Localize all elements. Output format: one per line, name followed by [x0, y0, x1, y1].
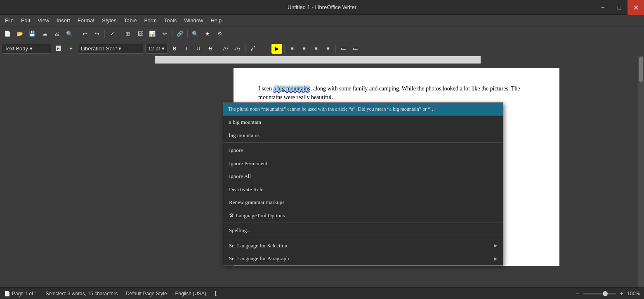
menu-edit[interactable]: Edit [18, 17, 33, 24]
open-btn[interactable]: 📂 [14, 28, 26, 39]
menu-form[interactable]: Form [141, 17, 160, 24]
status-selected-text: Selected: 3 words, 15 characters [45, 291, 118, 297]
save-btn[interactable]: 💾 [26, 28, 38, 39]
deactivate-rule-label: Deactivate Rule [229, 185, 263, 194]
align-left-btn[interactable]: ≡ [287, 44, 297, 54]
menu-set-language-selection[interactable]: Set Language for Selection ▶ [223, 239, 503, 252]
style-update-btn[interactable]: + [65, 43, 77, 54]
menu-spelling[interactable]: Spelling... [223, 224, 503, 237]
paragraph-1: I seen a big mountains, along with some … [258, 84, 535, 102]
spelling-label: Spelling... [229, 226, 251, 235]
print-btn[interactable]: 🖨 [51, 28, 63, 39]
menu-suggestion-2[interactable]: big mountains [223, 129, 503, 142]
font-size-selector[interactable]: 12 pt ▾ [145, 44, 168, 54]
status-page-style: Default Page Style [126, 291, 167, 297]
font-value: Liberation Serif [81, 45, 117, 52]
align-center-btn[interactable]: ≡ [299, 44, 309, 54]
zoom-in-btn[interactable]: + [620, 291, 623, 297]
format-toolbar: Text Body ▾ 🅰 + Liberation Serif ▾ 12 pt… [0, 41, 644, 56]
context-menu: The plural noun “mountains” cannot be us… [223, 102, 503, 266]
ignore-permanent-label: Ignore Permanent [229, 159, 267, 168]
minimize-button[interactable]: − [594, 0, 611, 15]
menu-ignore-permanent[interactable]: Ignore Permanent [223, 157, 503, 170]
font-arrow: ▾ [118, 45, 121, 52]
document-page[interactable]: I seen a big mountains, along with some … [234, 68, 559, 266]
restore-button[interactable]: □ [611, 0, 627, 15]
ruler [155, 56, 481, 64]
align-right-btn[interactable]: ≡ [311, 44, 321, 54]
table-btn[interactable]: ⊞ [122, 28, 133, 39]
menu-table[interactable]: Table [120, 17, 140, 24]
font-selector[interactable]: Liberation Serif ▾ [78, 44, 144, 54]
bold-button[interactable]: B [169, 44, 180, 54]
link-btn[interactable]: 🔗 [174, 28, 186, 39]
sep-fmt2 [245, 45, 245, 53]
menu-language-tool[interactable]: ⚙LanguageTool Options [223, 209, 503, 222]
italic-button[interactable]: I [181, 44, 192, 54]
sep2 [104, 30, 105, 38]
menu-format[interactable]: Format [74, 17, 98, 24]
save-remote-btn[interactable]: ☁ [39, 28, 50, 39]
spellcheck-btn[interactable]: ✓ [106, 28, 118, 39]
highlight-btn[interactable]: ▶ [271, 44, 282, 54]
strikethrough-button[interactable]: S [205, 44, 216, 54]
zoom-thumb[interactable] [603, 291, 608, 296]
preview-btn[interactable]: 🔍 [64, 28, 75, 39]
subscript-btn[interactable]: A₂ [232, 44, 243, 54]
sep-ctx3 [223, 238, 503, 238]
undo-btn[interactable]: ↩ [79, 28, 90, 39]
status-language: English (USA) [175, 291, 206, 297]
status-selected: Selected: 3 words, 15 characters [45, 291, 118, 297]
menu-insert[interactable]: Insert [53, 17, 73, 24]
style-value: Text Body [5, 45, 28, 52]
new-btn[interactable]: 📄 [2, 28, 13, 39]
status-page-icon: 📄 Page 1 of 1 [4, 291, 37, 297]
menu-file[interactable]: File [2, 17, 17, 24]
menu-deactivate-rule[interactable]: Deactivate Rule [223, 183, 503, 196]
menu-styles[interactable]: Styles [99, 17, 120, 24]
menu-ignore-all[interactable]: Ignore All [223, 170, 503, 183]
find-btn[interactable]: 🔍 [189, 28, 201, 39]
menu-ignore[interactable]: Ignore [223, 144, 503, 157]
zoom-slider[interactable] [583, 293, 616, 294]
menu-tools[interactable]: Tools [161, 17, 180, 24]
sep-ctx1 [223, 142, 503, 143]
style-btn[interactable]: ★ [202, 28, 213, 39]
font-color-btn[interactable]: A [259, 44, 270, 54]
suggestion-1-label: a big mountain [229, 118, 261, 126]
sep-fmt3 [284, 45, 285, 53]
set-language-selection-label: Set Language for Selection [229, 242, 287, 250]
chart-btn[interactable]: 📊 [146, 28, 158, 39]
menu-set-language-paragraph[interactable]: Set Language for Paragraph ▶ [223, 252, 503, 265]
vertical-scrollbar[interactable] [638, 56, 644, 287]
sep4 [172, 30, 172, 38]
style-selector[interactable]: Text Body ▾ [2, 44, 51, 54]
align-justify-btn[interactable]: ≡ [323, 44, 333, 54]
ignore-label: Ignore [229, 146, 243, 154]
close-button[interactable]: ✕ [627, 0, 644, 15]
superscript-btn[interactable]: A² [220, 44, 231, 54]
main-toolbar: 📄 📂 💾 ☁ 🖨 🔍 ↩ ↪ ✓ ⊞ 🖼 📊 ✏ 🔗 🔍 ★ ⚙ [0, 26, 644, 41]
window-controls: − □ ✕ [594, 0, 644, 15]
page-style-label: Default Page Style [126, 291, 167, 297]
char-highlight-btn[interactable]: 🖊 [248, 44, 258, 54]
redo-btn[interactable]: ↪ [91, 28, 103, 39]
suggestion-2-label: big mountains [229, 131, 259, 140]
status-page: Page 1 of 1 [12, 291, 37, 297]
zoom-out-btn[interactable]: − [576, 291, 579, 297]
image-btn[interactable]: 🖼 [134, 28, 146, 39]
menu-suggestion-1[interactable]: a big mountain [223, 116, 503, 129]
menu-window[interactable]: Window [181, 17, 206, 24]
menu-renew-grammar[interactable]: Renew grammar markups [223, 196, 503, 209]
context-menu-tooltip: The plural noun “mountains” cannot be us… [223, 103, 503, 116]
settings-btn[interactable]: ⚙ [214, 28, 226, 39]
scrollbar-thumb[interactable] [639, 57, 643, 82]
draw-btn[interactable]: ✏ [159, 28, 170, 39]
window-title: Untitled 1 - LibreOffice Writer [288, 4, 356, 10]
list-number-btn[interactable]: ≔ [350, 44, 361, 54]
menu-help[interactable]: Help [207, 17, 225, 24]
menu-view[interactable]: View [34, 17, 52, 24]
list-bullet-btn[interactable]: ≔ [338, 44, 349, 54]
style-new-btn[interactable]: 🅰 [52, 43, 64, 54]
underline-button[interactable]: U [193, 44, 204, 54]
